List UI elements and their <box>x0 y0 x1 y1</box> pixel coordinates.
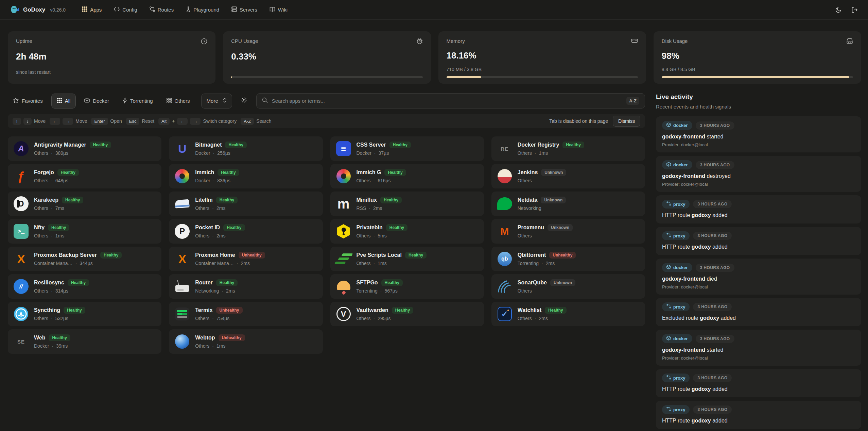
app-latency: 1ms <box>378 261 386 266</box>
plus-separator: + <box>172 118 175 124</box>
brand[interactable]: GoDoxy v0.26.0 <box>10 4 66 15</box>
app-card[interactable]: SFTPGoHealthyTorrenting·567µs <box>330 274 484 299</box>
nav-menu: Apps Config Routes Playground Servers Wi… <box>82 6 288 13</box>
app-card[interactable]: UBitmagnetHealthyDocker·256µs <box>169 136 323 161</box>
app-card[interactable]: XProxmox Backup ServerHealthyContainer M… <box>8 247 161 271</box>
event-source-label: docker <box>673 265 688 270</box>
tab-label: Others <box>175 98 190 104</box>
tab-all[interactable]: All <box>51 94 76 109</box>
app-name: Proxmenu <box>518 225 544 231</box>
event-text: godoxy-frontend destroyed <box>662 173 855 179</box>
app-name: Immich G <box>357 169 381 176</box>
status-badge: Healthy <box>381 279 403 286</box>
nav-label: Playground <box>193 7 219 13</box>
status-badge: Healthy <box>562 142 584 148</box>
event-text-post: started <box>705 134 723 139</box>
search-bar[interactable]: A-Z <box>256 93 645 109</box>
app-card[interactable]: ImmichHealthyDocker·836µs <box>169 164 323 188</box>
app-name: Syncthing <box>34 307 60 313</box>
live-activity-panel: Live activity Recent events and health s… <box>656 93 861 431</box>
nav-item-servers[interactable]: Servers <box>231 6 257 13</box>
book-icon <box>270 7 275 13</box>
status-badge: Healthy <box>64 307 85 314</box>
app-card[interactable]: Immich GHealthyOthers·616µs <box>330 164 484 188</box>
app-category: Others <box>34 316 48 321</box>
dot-separator: · <box>535 150 536 156</box>
app-card[interactable]: ≡CSS ServerHealthyDocker·37µs <box>330 136 484 161</box>
app-meta: Others·7ms <box>34 205 83 211</box>
gear-icon[interactable] <box>241 97 247 105</box>
cpu-icon <box>416 38 423 46</box>
app-card[interactable]: qbQbittorrentUnhealthyTorrenting·2ms <box>491 247 645 271</box>
sort-az-badge[interactable]: A-Z <box>626 97 639 105</box>
app-name: Proxmox Backup Server <box>34 252 97 258</box>
tab-docker[interactable]: Docker <box>79 94 114 109</box>
proxy-icon <box>666 304 671 310</box>
more-dropdown[interactable]: More <box>201 94 232 109</box>
disk-icon <box>846 38 853 45</box>
dot-separator: · <box>541 261 543 266</box>
app-card[interactable]: XProxmox HomeUnhealthyContainer Mana…·2m… <box>169 247 323 271</box>
app-card[interactable]: LitellmHealthyOthers·2ms <box>169 192 323 216</box>
app-category: Others <box>34 178 48 183</box>
event-list: docker3 HOURS AGOgodoxy-frontend started… <box>656 116 861 431</box>
event-source-label: proxy <box>673 304 685 310</box>
app-card[interactable]: ✓WatchlistHealthyOthers·2ms <box>491 302 645 326</box>
event-subject: godoxy <box>692 386 711 392</box>
app-card[interactable]: >_NftyHealthyOthers·1ms <box>8 219 161 244</box>
app-card[interactable]: SyncthingHealthyOthers·532µs <box>8 302 161 326</box>
status-badge: Unhealthy <box>216 307 243 314</box>
app-latency: 7ms <box>55 205 64 211</box>
app-latency: 1ms <box>216 343 225 349</box>
app-card[interactable]: MProxmenuUnknownOthers <box>491 219 645 244</box>
tab-favorites[interactable]: Favorites <box>8 94 48 109</box>
app-category: Others <box>518 316 532 321</box>
app-card[interactable]: VVaultwardenHealthyOthers·295µs <box>330 302 484 326</box>
app-card[interactable]: mMinifluxHealthyRSS·2ms <box>330 192 484 216</box>
nav-item-config[interactable]: Config <box>114 7 137 13</box>
logout-icon[interactable] <box>852 7 858 13</box>
event-source-label: docker <box>673 123 688 128</box>
keycap: Alt <box>158 118 170 125</box>
app-icon <box>174 168 190 184</box>
app-card[interactable]: PPocket IDHealthyOthers·2ms <box>169 219 323 244</box>
theme-toggle-moon-icon[interactable] <box>835 7 841 13</box>
app-card[interactable]: RouterHealthyNetworking·2ms <box>169 274 323 299</box>
app-card[interactable]: Pve Scripts LocalHealthyOthers·1ms <box>330 247 484 271</box>
app-icon <box>174 196 190 212</box>
nav-item-routes[interactable]: Routes <box>150 6 174 13</box>
app-card[interactable]: WebtopUnhealthyOthers·1ms <box>169 329 323 354</box>
status-badge: Healthy <box>49 334 70 341</box>
dot-separator: · <box>51 316 53 321</box>
app-latency: 2ms <box>546 261 555 266</box>
app-card[interactable]: SonarQubeUnknownOthers <box>491 274 645 299</box>
search-input[interactable] <box>272 98 623 104</box>
app-card[interactable]: NetdataUnknownNetworking <box>491 192 645 216</box>
app-card[interactable]: TermixUnhealthyOthers·754µs <box>169 302 323 326</box>
shortcut-label: Move <box>34 118 46 124</box>
app-category: Others <box>34 233 48 238</box>
app-card[interactable]: JenkinsUnknownOthers <box>491 164 645 188</box>
dot-separator: · <box>51 233 53 238</box>
event-text: HTTP route godoxy added <box>662 418 855 424</box>
tab-torrenting[interactable]: Torrenting <box>118 94 158 109</box>
app-card[interactable]: PrivatebinHealthyOthers·5ms <box>330 219 484 244</box>
nav-item-playground[interactable]: Playground <box>186 6 219 13</box>
tab-disabled-notice: Tab is disabled on this page <box>549 118 608 124</box>
app-card[interactable]: DKarakeepHealthyOthers·7ms <box>8 192 161 216</box>
app-card[interactable]: ƒForgejoHealthyOthers·648µs <box>8 164 161 188</box>
nav-item-wiki[interactable]: Wiki <box>270 7 288 13</box>
app-card[interactable]: //ResiliosyncHealthyOthers·314µs <box>8 274 161 299</box>
app-card[interactable]: AAntigravity ManagerHealthyOthers·389µs <box>8 136 161 161</box>
dismiss-button[interactable]: Dismiss <box>613 116 640 127</box>
event-time-badge: 3 HOURS AGO <box>696 121 734 130</box>
app-latency: 344µs <box>80 261 92 266</box>
app-icon: X <box>174 251 190 267</box>
app-card[interactable]: SEWebHealthyDocker·39ms <box>8 329 161 354</box>
app-card[interactable]: REDocker RegistryHealthyOthers·1ms <box>491 136 645 161</box>
event-text-pre: HTTP route <box>662 212 692 218</box>
card-label: Uptime <box>16 38 32 44</box>
app-name: Netdata <box>518 197 538 203</box>
tab-others[interactable]: Others <box>161 94 195 109</box>
nav-item-apps[interactable]: Apps <box>82 6 102 13</box>
